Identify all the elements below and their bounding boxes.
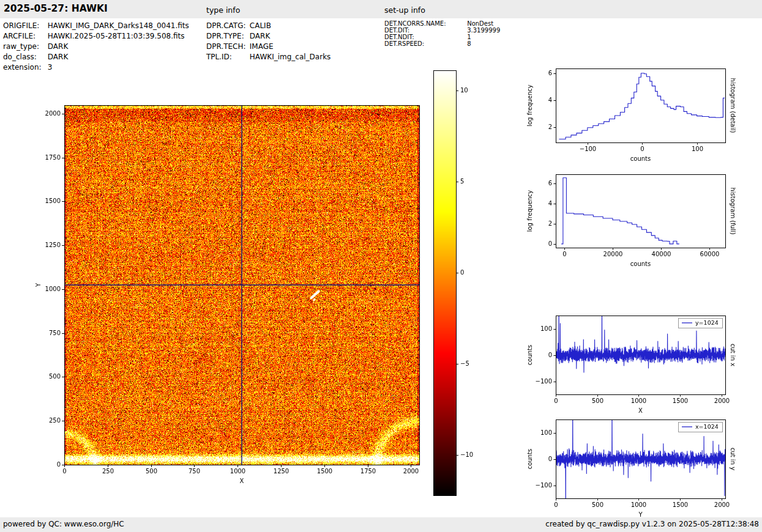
meta-row-dpr-catg: DPR.CATG: CALIB [206,21,271,30]
meta-value: DARK [48,53,68,61]
cut-in-x-plot [520,306,744,419]
qc-report-page: 2025-05-27: HAWKI type info set-up info … [0,0,762,532]
meta-value: HAWKI_img_cal_Darks [250,53,331,61]
meta-value: HAWKI.2025-05-28T11:03:39.508.fits [48,32,185,40]
meta-row-rspeed: DET.RSPEED: 8 [384,40,471,47]
meta-label: raw_type: [3,42,45,51]
meta-value: 3 [48,63,53,72]
meta-label: TPL.ID: [206,53,247,61]
histogram-full-plot [520,165,744,278]
meta-row-do-class: do_class: DARK [3,53,68,61]
meta-row-origfile: ORIGFILE: HAWKI_IMG_DARK_Darks148_0041.f… [3,21,189,30]
meta-label: DET.RSPEED: [384,40,465,47]
meta-row-extension: extension: 3 [3,63,52,72]
header-bar [0,0,762,18]
page-title: 2025-05-27: HAWKI [4,3,108,14]
meta-label: DET.DIT: [384,27,465,34]
meta-value: HAWKI_IMG_DARK_Darks148_0041.fits [48,21,189,30]
meta-label: ORIGFILE: [3,21,45,30]
meta-row-ndit: DET.NDIT: 1 [384,34,471,40]
meta-value: DARK [48,42,68,51]
meta-label: DPR.TYPE: [206,32,247,40]
histogram-detail-plot [520,58,744,171]
cut-in-y-plot [520,405,744,517]
meta-value: 1 [467,34,471,40]
footer-powered-by: powered by QC: www.eso.org/HC [3,520,124,528]
setup-info-heading: set-up info [384,6,425,15]
meta-value: NonDest [467,20,493,27]
meta-row-raw-type: raw_type: DARK [3,42,68,51]
meta-label: extension: [3,63,45,72]
meta-value: DARK [250,32,270,40]
meta-row-ncorrs: DET.NCORRS.NAME: NonDest [384,20,493,27]
meta-row-arcfile: ARCFILE: HAWKI.2025-05-28T11:03:39.508.f… [3,32,185,40]
meta-row-dpr-type: DPR.TYPE: DARK [206,32,270,40]
meta-label: do_class: [3,53,45,61]
meta-label: DPR.TECH: [206,42,247,51]
dark-frame-image-plot [24,89,435,495]
meta-label: ARCFILE: [3,32,45,40]
meta-label: DET.NDIT: [384,34,465,40]
meta-label: DPR.CATG: [206,21,247,30]
meta-row-tpl-id: TPL.ID: HAWKI_img_cal_Darks [206,53,331,61]
meta-value: 3.3199999 [467,27,500,34]
colorbar [431,67,484,498]
meta-value: IMAGE [250,42,274,51]
footer-created-by: created by qc_rawdisp.py v1.2.3 on 2025-… [545,520,759,528]
meta-value: CALIB [250,21,271,30]
meta-row-dit: DET.DIT: 3.3199999 [384,27,500,34]
meta-value: 8 [467,40,471,47]
meta-label: DET.NCORRS.NAME: [384,20,465,27]
meta-row-dpr-tech: DPR.TECH: IMAGE [206,42,274,51]
type-info-heading: type info [206,6,240,15]
